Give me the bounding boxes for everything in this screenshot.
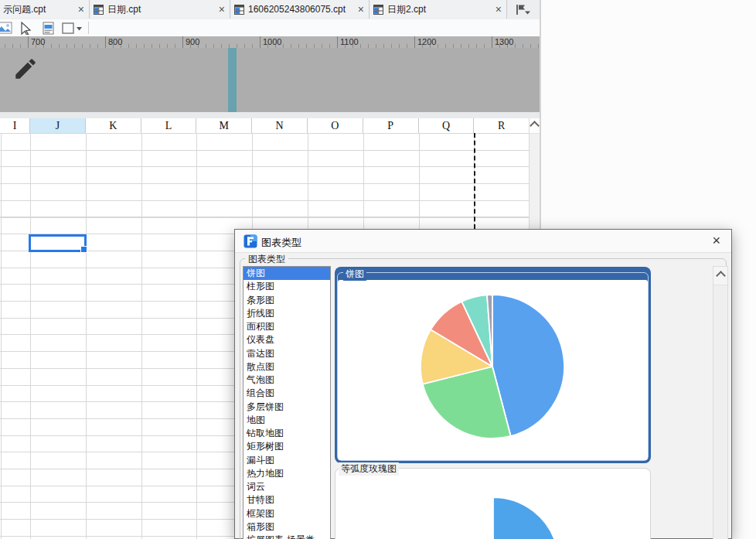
chart-type-item[interactable]: 气泡图 [243,374,330,387]
tab-overflow-button[interactable] [515,4,532,19]
finereport-logo-icon [243,234,257,251]
pie-slice [493,497,557,539]
tab-close-icon[interactable]: × [217,4,226,15]
pie-preview-canvas [338,280,648,460]
ruler-label: 1200 [417,37,436,46]
chart-type-item[interactable]: 热力地图 [243,467,330,480]
tab-close-icon[interactable]: × [77,4,86,15]
canvas-sheet-gap [0,112,541,118]
chart-type-item[interactable]: 词云 [243,480,330,493]
tab-label: 1606205243806075.cpt [248,4,352,15]
selected-cell[interactable] [29,234,87,252]
tab-bar: 示问题.cpt×日期.cpt×1606205243806075.cpt×日期2.… [0,0,541,20]
chart-type-item[interactable]: 饼图 [243,267,330,280]
chart-type-item[interactable]: 面积图 [243,320,330,333]
tab-close-icon[interactable]: × [356,4,366,15]
tab-list-flag-icon [515,4,532,15]
ruler-label: 1100 [340,37,359,46]
chart-type-item[interactable]: 折线图 [243,307,330,320]
dialog-vertical-scrollbar[interactable] [713,266,728,539]
column-header-R[interactable]: R [474,118,530,133]
column-header-row: IJKLMNOPQR [0,118,529,134]
pie-preview-selected[interactable]: 饼图 [335,267,651,463]
tab-label: 日期.cpt [107,3,213,16]
column-header-I[interactable]: I [0,118,30,133]
horizontal-ruler: 7008009001000110012001300 [0,36,541,49]
rose-preview[interactable] [335,468,651,539]
column-header-L[interactable]: L [141,118,197,133]
column-header-O[interactable]: O [308,118,363,133]
toolbar-separator [88,22,89,34]
chart-type-item[interactable]: 矩形树图 [243,440,330,453]
chevron-up-icon [716,271,726,281]
finereport-designer-window: 示问题.cpt×日期.cpt×1606205243806075.cpt×日期2.… [0,0,756,539]
toolbar [0,19,541,36]
tab[interactable]: 示问题.cpt× [0,0,90,19]
tab[interactable]: 1606205243806075.cpt× [231,0,369,19]
close-icon[interactable]: × [712,233,720,248]
tab-label: 日期2.cpt [387,3,490,16]
chart-type-item[interactable]: 钻取地图 [243,427,330,440]
dialog-title-bar[interactable]: 图表类型 × [235,230,731,253]
column-header-J[interactable]: J [30,118,86,133]
chart-type-item[interactable]: 仪表盘 [243,333,330,346]
chart-type-item[interactable]: 甘特图 [243,493,330,507]
page-break-line [474,133,475,229]
chart-type-item[interactable]: 地图 [243,414,330,427]
ruler-label: 700 [31,37,45,46]
chart-type-list[interactable]: 饼图柱形图条形图折线图面积图仪表盘雷达图散点图气泡图组合图多层饼图地图钻取地图矩… [243,266,331,539]
column-header-Q[interactable]: Q [419,118,475,133]
chart-type-item[interactable]: 条形图 [243,294,330,307]
cpt-file-icon [234,5,244,15]
canvas-guide-strip [228,48,237,112]
report-block-icon[interactable] [43,22,54,38]
ruler-label: 900 [186,37,199,46]
groupbox-legend: 图表类型 [245,253,288,266]
image-icon[interactable] [0,22,12,37]
shape-rect-dropdown-icon[interactable] [62,22,82,37]
dialog-title: 图表类型 [261,236,301,250]
scroll-up-button[interactable] [530,118,540,134]
chart-type-item[interactable]: 雷达图 [243,347,330,360]
chart-type-item[interactable]: 多层饼图 [243,401,330,414]
ruler-label: 800 [108,37,122,46]
chart-type-item[interactable]: 箱形图 [243,520,330,534]
chevron-up-icon [530,121,540,131]
cpt-file-icon [94,5,104,15]
ruler-label: 1300 [495,37,513,46]
column-header-M[interactable]: M [196,118,252,133]
chart-type-item[interactable]: 柱形图 [243,280,330,293]
chart-type-item[interactable]: 组合图 [243,387,330,400]
pie-preview-label: 饼图 [343,268,366,281]
rose-chart [335,469,649,539]
column-header-N[interactable]: N [252,118,308,133]
column-header-K[interactable]: K [86,118,141,133]
tab-close-icon[interactable]: × [494,4,503,15]
pencil-icon [12,56,39,85]
design-canvas[interactable] [0,48,541,112]
chart-type-item[interactable]: 漏斗图 [243,454,330,467]
selection-handle[interactable] [80,246,87,253]
tab-label: 示问题.cpt [3,3,73,16]
chart-type-item[interactable]: 散点图 [243,360,330,374]
rose-preview-label: 等弧度玫瑰图 [339,462,399,476]
pie-chart [338,280,648,460]
tab[interactable]: 日期2.cpt× [370,0,507,19]
scroll-up-button[interactable] [713,267,727,285]
chart-type-item[interactable]: 扩展图表-场景类 [243,534,330,539]
cpt-file-icon [373,5,383,15]
column-header-P[interactable]: P [363,118,419,133]
chart-type-dialog: 图表类型 × 图表类型 饼图柱形图条形图折线图面积图仪表盘雷达图散点图气泡图组合… [234,229,732,539]
tab[interactable]: 日期.cpt× [90,0,230,19]
chart-type-item[interactable]: 框架图 [243,507,330,520]
ruler-label: 1000 [263,37,281,46]
cursor-icon[interactable] [19,22,33,38]
